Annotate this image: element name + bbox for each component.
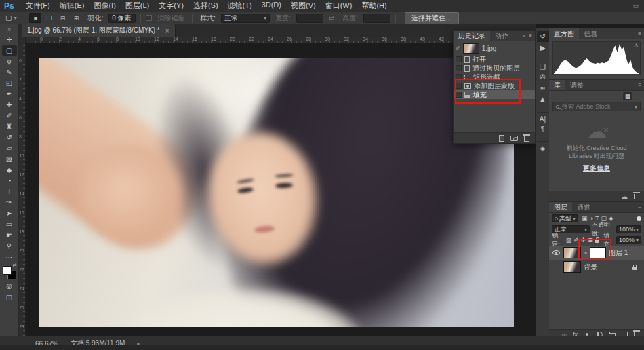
layer-filter-icon[interactable]: ▣: [582, 215, 588, 222]
panel-menu-icon[interactable]: ≡: [638, 82, 641, 88]
history-source-well[interactable]: [456, 65, 462, 71]
menu-item[interactable]: 窗口(W): [321, 1, 357, 11]
mode-intersect-selection[interactable]: ⊞: [70, 13, 82, 23]
history-step-row[interactable]: 通过拷贝的图层: [454, 64, 535, 73]
screen-mode-button[interactable]: ◫: [2, 292, 17, 303]
tool-gradient[interactable]: ▨: [2, 154, 17, 164]
panel-icon-history-panel[interactable]: ↺: [537, 31, 549, 42]
sync-icon[interactable]: ☁: [621, 193, 628, 200]
tool-type[interactable]: T: [2, 187, 17, 197]
more-info-link[interactable]: 更多信息: [583, 163, 610, 173]
width-input[interactable]: [296, 14, 323, 23]
visibility-toggle[interactable]: [552, 265, 561, 269]
mode-subtract-from-selection[interactable]: ⊟: [56, 13, 68, 23]
tool-move[interactable]: ✛: [2, 35, 17, 45]
antialias-checkbox[interactable]: [146, 15, 152, 21]
swap-dimensions-icon[interactable]: ⇄: [326, 14, 337, 22]
layers-panel-tab[interactable]: 图层: [549, 202, 572, 212]
libraries-panel-tab[interactable]: 库: [549, 80, 565, 90]
tool-clone-stamp[interactable]: ♜: [2, 121, 17, 132]
edit-toolbar-icon[interactable]: ⋯: [2, 252, 17, 262]
tool-history-brush[interactable]: ↺: [2, 132, 17, 142]
menu-item[interactable]: 图像(I): [89, 1, 120, 11]
collapse-toolbar-icon[interactable]: »: [7, 24, 11, 35]
history-panel-tab[interactable]: 历史记录: [454, 31, 490, 41]
tool-spot-healing[interactable]: ✚: [2, 100, 17, 110]
window-control-icon[interactable]: ▭: [632, 3, 639, 9]
panel-icon-brush-settings-panel[interactable]: ≋: [537, 83, 549, 94]
history-step-row[interactable]: 打开: [454, 55, 535, 64]
foreground-color-swatch[interactable]: [3, 266, 12, 275]
swap-colors-icon[interactable]: ⇄: [13, 262, 17, 268]
panel-icon-actions-panel[interactable]: ▶: [537, 42, 549, 54]
library-search-input[interactable]: 搜索 Adobe Stock ▾: [552, 102, 641, 111]
tool-brush[interactable]: ✐: [2, 111, 17, 121]
menu-item[interactable]: 文字(Y): [154, 1, 188, 11]
menu-item[interactable]: 选择(S): [188, 1, 223, 11]
menu-item[interactable]: 图层(L): [121, 1, 154, 11]
select-and-mask-button[interactable]: 选择并遮住…: [405, 12, 459, 24]
tool-rectangular-marquee[interactable]: ▢: [2, 45, 17, 56]
menu-item[interactable]: 3D(D): [257, 1, 286, 11]
opacity-input[interactable]: 100%▾: [616, 225, 641, 233]
panel-icon-device-preview-panel[interactable]: ♟: [537, 94, 549, 106]
tool-crop[interactable]: ◰: [2, 78, 17, 88]
color-swatches[interactable]: ⇄: [3, 266, 16, 279]
panel-icon-clone-source-panel[interactable]: ❏: [537, 60, 549, 71]
quick-mask-button[interactable]: ◎: [2, 281, 17, 291]
histogram-panel-tab[interactable]: 直方图: [549, 28, 579, 39]
grid-view-icon[interactable]: ▦: [623, 92, 632, 100]
tool-path-selection[interactable]: ➤: [2, 208, 17, 218]
layer-row[interactable]: ∞ 背景: [549, 260, 644, 274]
panel-icon-tool-presets-panel[interactable]: ✇: [537, 71, 549, 83]
tool-blur[interactable]: ◆: [2, 165, 17, 175]
style-select[interactable]: 正常▾: [221, 14, 270, 23]
menu-item[interactable]: 文件(F): [21, 1, 55, 11]
menu-item[interactable]: 滤镜(T): [223, 1, 257, 11]
close-icon[interactable]: ×: [165, 27, 169, 35]
histogram-panel-tab[interactable]: 信息: [579, 28, 602, 39]
layer-thumbnail[interactable]: [563, 261, 581, 273]
document-tab[interactable]: 1.jpg @ 66.7% (图层 1, 图层蒙版/8/CMYK) * ×: [22, 24, 176, 37]
panel-icon-materials-panel[interactable]: ◈: [537, 141, 549, 153]
panel-icon-paragraph-panel[interactable]: ¶: [537, 123, 549, 135]
tool-eyedropper[interactable]: ✒: [2, 89, 17, 99]
tool-lasso[interactable]: ϙ: [2, 56, 17, 66]
layer-filter-type-select[interactable]: 类型 ▾: [552, 214, 578, 222]
mode-add-to-selection[interactable]: ❒: [43, 13, 55, 23]
tool-hand[interactable]: ☛: [2, 230, 17, 240]
history-source-well[interactable]: [456, 56, 462, 62]
tool-preset-picker[interactable]: ▢ ▾: [3, 14, 19, 22]
menu-item[interactable]: 视图(V): [286, 1, 321, 11]
panel-menu-icon[interactable]: ≡: [638, 31, 641, 37]
tool-shape[interactable]: ▭: [2, 219, 17, 229]
tool-quick-selection[interactable]: ✎: [2, 67, 17, 77]
new-snapshot-icon[interactable]: [510, 136, 518, 141]
history-panel-tab[interactable]: 动作: [490, 31, 513, 41]
history-brush-source-icon[interactable]: ✐: [456, 45, 460, 52]
tool-zoom[interactable]: ⚲: [2, 241, 17, 251]
panel-menu-icon[interactable]: ≡: [638, 204, 641, 210]
visibility-toggle[interactable]: [552, 250, 561, 255]
tool-eraser[interactable]: ▱: [2, 143, 17, 153]
layers-panel-tab[interactable]: 通道: [572, 202, 595, 212]
panel-menu-icon[interactable]: ≡: [529, 33, 532, 39]
libraries-panel-tab[interactable]: 调整: [565, 80, 588, 90]
document-image[interactable]: [39, 58, 514, 327]
collapse-panel-icon[interactable]: »: [523, 33, 525, 39]
history-snapshot-row[interactable]: ✐ 1.jpg: [454, 41, 535, 55]
menu-item[interactable]: 帮助(H): [357, 1, 391, 11]
lock-option-icon[interactable]: ▨: [566, 237, 572, 244]
feather-input[interactable]: 0 像素: [108, 14, 136, 23]
filter-toggle-icon[interactable]: [637, 216, 641, 221]
delete-state-icon[interactable]: [524, 136, 529, 142]
height-input[interactable]: [363, 14, 390, 23]
delete-icon[interactable]: [634, 194, 639, 199]
list-view-icon[interactable]: ☰: [635, 93, 641, 100]
tool-dodge[interactable]: ◔: [2, 176, 17, 186]
mode-new-selection[interactable]: ■: [29, 13, 41, 23]
tool-pen[interactable]: ✑: [2, 197, 17, 208]
menu-item[interactable]: 编辑(E): [55, 1, 89, 11]
warning-icon[interactable]: ⚠: [634, 43, 639, 49]
panel-icon-character-panel[interactable]: A|: [537, 112, 549, 123]
